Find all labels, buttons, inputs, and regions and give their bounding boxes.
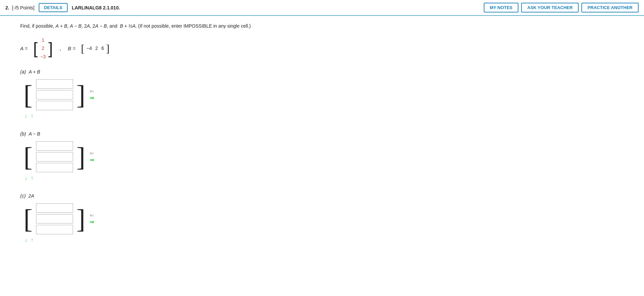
points-text: [-/5 Points] — [12, 5, 35, 10]
page-container: 2. [-/5 Points] DETAILS LARLINALG8 2.1.0… — [0, 0, 644, 296]
matrix-a-bracket-right: ] — [48, 40, 53, 57]
answer-b-bracket-right: ] — [76, 143, 86, 170]
answer-b-arrow-down[interactable]: ↓ — [24, 175, 28, 181]
subproblem-a-letter: (a) — [20, 69, 26, 75]
answer-a-cells — [36, 78, 73, 112]
answer-b-input-1[interactable] — [36, 141, 73, 151]
problem-number: 2. [-/5 Points] — [5, 5, 35, 10]
matrix-b-cell-1: −4 — [87, 45, 92, 52]
answer-c-arrow-side: ⇐ ⇒ — [89, 212, 95, 225]
answer-a-input-3[interactable] — [36, 101, 73, 110]
answer-b-arrow-side: ⇐ ⇒ — [89, 150, 95, 163]
answer-c-arrow-down[interactable]: ↓ — [24, 237, 28, 243]
answer-a-input-1[interactable] — [36, 79, 73, 89]
answer-b-input-3[interactable] — [36, 163, 73, 172]
answer-c-input-2[interactable] — [36, 214, 73, 224]
ask-teacher-button[interactable]: ASK YOUR TEACHER — [521, 3, 579, 12]
answer-c-arrow-right[interactable]: ⇒ — [89, 219, 95, 225]
subproblem-a-answer: [ ] ⇐ ⇒ — [24, 78, 624, 112]
matrix-a-bracket: [ 1 2 −3 ] — [33, 36, 53, 61]
matrix-b-bracket-right: ] — [106, 43, 110, 54]
answer-c-cells — [36, 202, 73, 236]
matrix-b-cell-2: 2 — [95, 45, 98, 52]
answer-b-cells — [36, 140, 73, 174]
answer-a-arrow-up[interactable]: ↑ — [30, 113, 34, 119]
answer-b-input-2[interactable] — [36, 152, 73, 161]
subproblem-b-letter: (b) — [20, 131, 26, 137]
subproblem-a-label: (a) A + B — [20, 69, 624, 75]
matrix-a-bracket-left: [ — [33, 40, 37, 57]
problem-number-text: 2. — [5, 5, 9, 10]
answer-b-bracket-left: [ — [24, 143, 33, 170]
answer-b-updown: ↓ ↑ — [24, 175, 624, 181]
subproblem-b-answer: [ ] ⇐ ⇒ — [24, 140, 624, 174]
answer-a-arrow-down[interactable]: ↓ — [24, 113, 28, 119]
matrix-a-cell-2: 2 — [42, 45, 44, 52]
subproblem-b-label: (b) A − B — [20, 131, 624, 137]
answer-c-bracket-left: [ — [24, 205, 33, 232]
comma: , — [60, 46, 61, 52]
matrix-a-cell-1: 1 — [42, 36, 44, 44]
subproblem-a: (a) A + B [ ] ⇐ ⇒ ↓ ↑ — [20, 69, 624, 119]
subproblem-b: (b) A − B [ ] ⇐ ⇒ ↓ ↑ — [20, 131, 624, 181]
my-notes-button[interactable]: MY NOTES — [484, 3, 519, 12]
answer-a-bracket-right: ] — [76, 81, 86, 108]
answer-c-arrow-left[interactable]: ⇐ — [89, 212, 95, 218]
answer-c-updown: ↓ ↑ — [24, 237, 624, 243]
answer-c-bracket-right: ] — [76, 205, 86, 232]
matrix-b-bracket: [ −4 2 6 ] — [81, 43, 109, 54]
answer-a-arrow-right[interactable]: ⇒ — [89, 95, 95, 101]
header-actions: MY NOTES ASK YOUR TEACHER PRACTICE ANOTH… — [484, 3, 639, 12]
matrix-b-values: −4 2 6 — [84, 45, 106, 52]
subproblem-c: (c) 2A [ ] ⇐ ⇒ ↓ ↑ — [20, 193, 624, 243]
matrix-b-label: B = — [68, 46, 76, 51]
answer-b-arrow-left[interactable]: ⇐ — [89, 150, 95, 156]
main-content: Find, if possible, A + B, A − B, 2A, 2A … — [0, 16, 644, 265]
answer-b-arrow-right[interactable]: ⇒ — [89, 157, 95, 163]
matrix-a-values: 1 2 −3 — [38, 36, 48, 61]
subproblem-c-label: (c) 2A — [20, 193, 624, 199]
problem-id: LARLINALG8 2.1.010. — [72, 5, 479, 10]
matrix-b-bracket-left: [ — [81, 43, 84, 54]
subproblem-c-letter: (c) — [20, 193, 26, 199]
header-bar: 2. [-/5 Points] DETAILS LARLINALG8 2.1.0… — [0, 0, 644, 16]
subproblem-b-expr: A − B — [29, 131, 40, 137]
matrix-definitions: A = [ 1 2 −3 ] , B = [ −4 2 6 — [20, 36, 624, 61]
answer-c-arrow-up[interactable]: ↑ — [30, 237, 34, 243]
practice-another-button[interactable]: PRACTICE ANOTHER — [581, 3, 639, 12]
subproblem-a-expr: A + B — [29, 69, 40, 75]
matrix-a-label: A = — [20, 46, 28, 51]
subproblem-c-expr: 2A — [28, 193, 34, 199]
answer-a-arrow-side: ⇐ ⇒ — [89, 88, 95, 101]
answer-a-updown: ↓ ↑ — [24, 113, 624, 119]
answer-a-arrow-left[interactable]: ⇐ — [89, 88, 95, 94]
details-button[interactable]: DETAILS — [39, 3, 68, 12]
answer-c-input-3[interactable] — [36, 225, 73, 234]
matrix-b-cell-3: 6 — [101, 45, 104, 52]
answer-a-bracket-left: [ — [24, 81, 33, 108]
matrix-a-cell-3: −3 — [40, 53, 46, 60]
answer-b-arrow-up[interactable]: ↑ — [30, 175, 34, 181]
subproblem-c-answer: [ ] ⇐ ⇒ — [24, 202, 624, 236]
answer-c-input-1[interactable] — [36, 203, 73, 213]
instructions: Find, if possible, A + B, A − B, 2A, 2A … — [20, 23, 624, 30]
answer-a-input-2[interactable] — [36, 90, 73, 99]
